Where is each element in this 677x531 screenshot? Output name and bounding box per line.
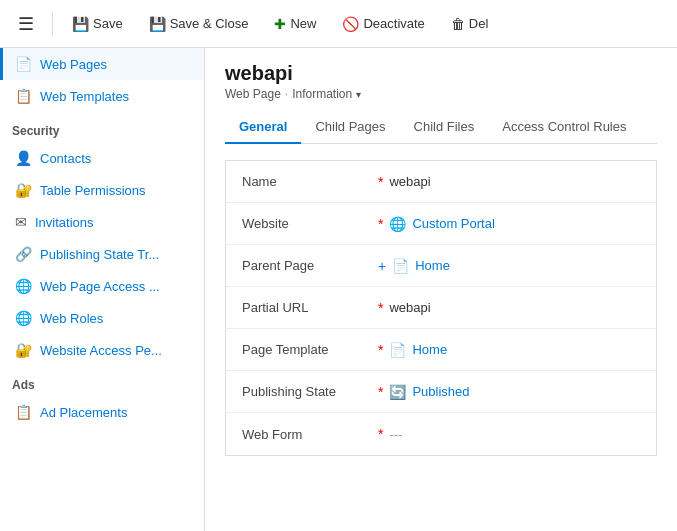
- menu-icon: ☰: [18, 13, 34, 35]
- tabs: General Child Pages Child Files Access C…: [225, 111, 657, 144]
- save-close-icon: 💾: [149, 16, 166, 32]
- delete-icon: 🗑: [451, 16, 465, 32]
- form-row-web-form: Web Form * ---: [226, 413, 656, 455]
- toolbar-divider-1: [52, 12, 53, 36]
- label-partial-url: Partial URL: [242, 300, 372, 315]
- form-row-website: Website * 🌐 Custom Portal: [226, 203, 656, 245]
- page-title: webapi: [225, 62, 657, 85]
- form-row-parent-page: Parent Page + 📄 Home: [226, 245, 656, 287]
- deactivate-icon: 🚫: [342, 16, 359, 32]
- new-icon: ✚: [274, 16, 286, 32]
- sidebar-item-contacts[interactable]: 👤 Contacts: [0, 142, 204, 174]
- value-partial-url: webapi: [389, 300, 430, 315]
- value-parent-page[interactable]: 📄 Home: [392, 258, 450, 274]
- value-page-template[interactable]: 📄 Home: [389, 342, 447, 358]
- form-area: Name * webapi Website * 🌐 Custom Portal …: [205, 144, 677, 531]
- sidebar-label-contacts: Contacts: [40, 151, 91, 166]
- sidebar-item-publishing-state[interactable]: 🔗 Publishing State Tr...: [0, 238, 204, 270]
- delete-label: Del: [469, 16, 489, 31]
- toolbar: ☰ 💾 Save 💾 Save & Close ✚ New 🚫 Deactiva…: [0, 0, 677, 48]
- publishing-state-icon: 🔗: [15, 246, 32, 262]
- sidebar-label-website-access: Website Access Pe...: [40, 343, 162, 358]
- required-name: *: [378, 174, 383, 190]
- label-publishing-state: Publishing State: [242, 384, 372, 399]
- tab-access-control[interactable]: Access Control Rules: [488, 111, 640, 144]
- deactivate-button[interactable]: 🚫 Deactivate: [331, 9, 435, 39]
- sidebar-item-label-web-pages: Web Pages: [40, 57, 107, 72]
- tab-child-files[interactable]: Child Files: [400, 111, 489, 144]
- invitations-icon: ✉: [15, 214, 27, 230]
- tab-general[interactable]: General: [225, 111, 301, 144]
- value-publishing-state[interactable]: 🔄 Published: [389, 384, 469, 400]
- sidebar-item-website-access[interactable]: 🔐 Website Access Pe...: [0, 334, 204, 366]
- form-row-publishing-state: Publishing State * 🔄 Published: [226, 371, 656, 413]
- security-section-label: Security: [0, 112, 204, 142]
- globe-icon: 🌐: [389, 216, 406, 232]
- sidebar-label-table-permissions: Table Permissions: [40, 183, 146, 198]
- web-page-access-icon: 🌐: [15, 278, 32, 294]
- ad-placements-icon: 📋: [15, 404, 32, 420]
- new-label: New: [290, 16, 316, 31]
- label-web-form: Web Form: [242, 427, 372, 442]
- value-website[interactable]: 🌐 Custom Portal: [389, 216, 494, 232]
- page-icon-parent: 📄: [392, 258, 409, 274]
- table-permissions-icon: 🔐: [15, 182, 32, 198]
- label-name: Name: [242, 174, 372, 189]
- label-page-template: Page Template: [242, 342, 372, 357]
- breadcrumb-separator: ·: [285, 87, 288, 101]
- main-layout: 📄 Web Pages 📋 Web Templates Security 👤 C…: [0, 48, 677, 531]
- save-button[interactable]: 💾 Save: [61, 9, 134, 39]
- label-parent-page: Parent Page: [242, 258, 372, 273]
- value-name: webapi: [389, 174, 430, 189]
- deactivate-label: Deactivate: [363, 16, 424, 31]
- sidebar-label-invitations: Invitations: [35, 215, 94, 230]
- sidebar-label-ad-placements: Ad Placements: [40, 405, 127, 420]
- web-roles-icon: 🌐: [15, 310, 32, 326]
- new-button[interactable]: ✚ New: [263, 9, 327, 39]
- save-close-label: Save & Close: [170, 16, 249, 31]
- breadcrumb-section-label: Information: [292, 87, 352, 101]
- sidebar-item-label-web-templates: Web Templates: [40, 89, 129, 104]
- sidebar-item-web-pages[interactable]: 📄 Web Pages: [0, 48, 204, 80]
- web-templates-icon: 📋: [15, 88, 32, 104]
- required-page-template: *: [378, 342, 383, 358]
- sidebar: 📄 Web Pages 📋 Web Templates Security 👤 C…: [0, 48, 205, 531]
- breadcrumb-section-dropdown[interactable]: Information ▾: [292, 87, 361, 101]
- required-publishing-state: *: [378, 384, 383, 400]
- sidebar-label-web-page-access: Web Page Access ...: [40, 279, 160, 294]
- sidebar-item-web-page-access[interactable]: 🌐 Web Page Access ...: [0, 270, 204, 302]
- page-header: webapi Web Page · Information ▾: [205, 48, 677, 101]
- label-website: Website: [242, 216, 372, 231]
- page-icon-template: 📄: [389, 342, 406, 358]
- value-web-form: ---: [389, 427, 402, 442]
- tab-child-pages[interactable]: Child Pages: [301, 111, 399, 144]
- required-web-form: *: [378, 426, 383, 442]
- save-close-button[interactable]: 💾 Save & Close: [138, 9, 260, 39]
- form-card: Name * webapi Website * 🌐 Custom Portal …: [225, 160, 657, 456]
- save-label: Save: [93, 16, 123, 31]
- form-row-page-template: Page Template * 📄 Home: [226, 329, 656, 371]
- sidebar-item-invitations[interactable]: ✉ Invitations: [0, 206, 204, 238]
- contacts-icon: 👤: [15, 150, 32, 166]
- breadcrumb-type: Web Page: [225, 87, 281, 101]
- save-icon: 💾: [72, 16, 89, 32]
- sidebar-label-publishing-state: Publishing State Tr...: [40, 247, 159, 262]
- sidebar-item-web-roles[interactable]: 🌐 Web Roles: [0, 302, 204, 334]
- website-access-icon: 🔐: [15, 342, 32, 358]
- content-area: webapi Web Page · Information ▾ General …: [205, 48, 677, 531]
- ads-section-label: Ads: [0, 366, 204, 396]
- sidebar-label-web-roles: Web Roles: [40, 311, 103, 326]
- required-website: *: [378, 216, 383, 232]
- form-row-partial-url: Partial URL * webapi: [226, 287, 656, 329]
- sidebar-item-web-templates[interactable]: 📋 Web Templates: [0, 80, 204, 112]
- delete-button[interactable]: 🗑 Del: [440, 9, 500, 39]
- breadcrumb: Web Page · Information ▾: [225, 87, 657, 101]
- published-icon: 🔄: [389, 384, 406, 400]
- chevron-down-icon: ▾: [356, 89, 361, 100]
- menu-button[interactable]: ☰: [8, 6, 44, 42]
- required-parent-page: +: [378, 258, 386, 274]
- required-partial-url: *: [378, 300, 383, 316]
- form-row-name: Name * webapi: [226, 161, 656, 203]
- sidebar-item-table-permissions[interactable]: 🔐 Table Permissions: [0, 174, 204, 206]
- sidebar-item-ad-placements[interactable]: 📋 Ad Placements: [0, 396, 204, 428]
